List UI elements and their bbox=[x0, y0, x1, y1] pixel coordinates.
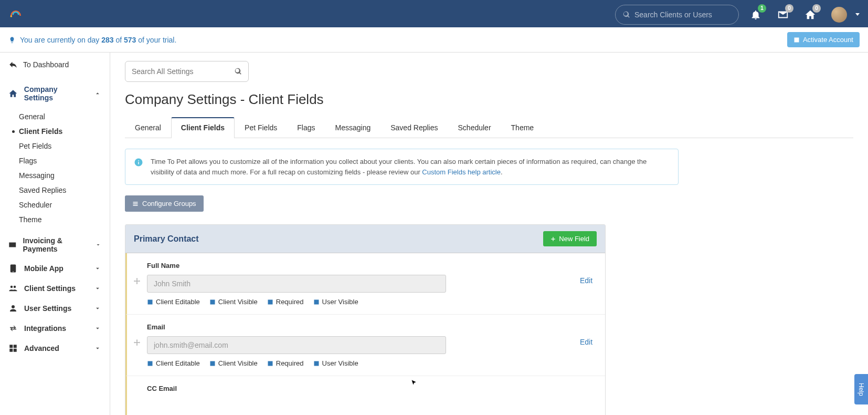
check-client-visible: Client Visible bbox=[209, 298, 258, 306]
configure-groups-button[interactable]: Configure Groups bbox=[125, 195, 204, 212]
list-icon bbox=[132, 201, 139, 207]
sidebar-item-advanced[interactable]: Advanced bbox=[8, 338, 101, 358]
check-client-editable: Client Editable bbox=[147, 298, 200, 306]
info-icon bbox=[134, 158, 143, 167]
panel-header: Primary Contact New Field bbox=[125, 225, 605, 253]
sidebar-item-user-settings[interactable]: User Settings bbox=[8, 298, 101, 318]
global-search[interactable] bbox=[615, 5, 739, 25]
home-badge: 0 bbox=[812, 4, 821, 13]
svg-point-1 bbox=[10, 15, 13, 17]
edit-link[interactable]: Edit bbox=[580, 276, 592, 285]
tab-saved-replies[interactable]: Saved Replies bbox=[380, 117, 448, 138]
check-required: Required bbox=[267, 298, 304, 306]
sidebar-sub-scheduler[interactable]: Scheduler bbox=[19, 198, 101, 212]
edit-link[interactable]: Edit bbox=[580, 338, 592, 346]
to-dashboard-link[interactable]: To Dashboard bbox=[8, 60, 101, 69]
sidebar-sub-pet-fields[interactable]: Pet Fields bbox=[19, 139, 101, 153]
drag-handle[interactable] bbox=[133, 277, 141, 286]
check-client-editable: Client Editable bbox=[147, 359, 200, 367]
field-label: Full Name bbox=[147, 262, 553, 269]
notifications-icon[interactable]: 1 bbox=[748, 7, 763, 22]
tab-messaging[interactable]: Messaging bbox=[325, 117, 381, 138]
phone-icon bbox=[8, 264, 18, 273]
chevron-down-icon bbox=[94, 325, 101, 332]
user-avatar[interactable] bbox=[831, 7, 847, 23]
drag-handle[interactable] bbox=[133, 339, 141, 348]
sidebar-item-mobile-app[interactable]: Mobile App bbox=[8, 258, 101, 278]
help-tab[interactable]: Help bbox=[854, 374, 868, 404]
field-label: CC Email bbox=[147, 385, 592, 392]
sidebar-sub-client-fields[interactable]: Client Fields bbox=[19, 124, 101, 139]
panel-title: Primary Contact bbox=[134, 234, 199, 244]
tab-theme[interactable]: Theme bbox=[501, 117, 544, 138]
info-link[interactable]: Custom Fields help article bbox=[422, 168, 501, 176]
check-client-visible: Client Visible bbox=[209, 359, 258, 367]
field-checks: Client Editable Client Visible Required … bbox=[147, 359, 553, 367]
bulb-icon bbox=[8, 36, 16, 44]
info-box: Time To Pet allows you to customize all … bbox=[125, 149, 679, 185]
tab-general[interactable]: General bbox=[125, 117, 171, 138]
users-icon bbox=[8, 284, 18, 293]
user-icon bbox=[8, 304, 18, 313]
field-row-cc-email: CC Email bbox=[125, 376, 605, 415]
tab-pet-fields[interactable]: Pet Fields bbox=[235, 117, 287, 138]
chevron-down-icon bbox=[94, 305, 101, 312]
grid-icon bbox=[8, 344, 18, 353]
field-row-full-name: Full Name Client Editable Client Visible… bbox=[125, 253, 605, 315]
main-content: Company Settings - Client Fields General… bbox=[110, 53, 868, 415]
trial-bar: You are currently on day 283 of 573 of y… bbox=[0, 27, 868, 53]
sidebar-sub-flags[interactable]: Flags bbox=[19, 153, 101, 168]
check-required: Required bbox=[267, 359, 304, 367]
new-field-button[interactable]: New Field bbox=[543, 231, 597, 246]
activate-account-button[interactable]: Activate Account bbox=[787, 32, 860, 47]
back-arrow-icon bbox=[8, 60, 18, 69]
chevron-down-icon bbox=[94, 285, 101, 292]
field-row-email: Email Client Editable Client Visible Req… bbox=[125, 315, 605, 376]
sidebar-sub-messaging[interactable]: Messaging bbox=[19, 168, 101, 183]
check-user-visible: User Visible bbox=[313, 298, 358, 306]
sidebar: To Dashboard Company Settings General Cl… bbox=[0, 53, 110, 415]
messages-badge: 0 bbox=[785, 4, 793, 13]
user-menu-caret[interactable] bbox=[855, 13, 860, 16]
chevron-up-icon bbox=[94, 90, 101, 97]
tab-scheduler[interactable]: Scheduler bbox=[448, 117, 501, 138]
search-icon bbox=[235, 68, 242, 75]
field-label: Email bbox=[147, 323, 553, 331]
sidebar-item-invoicing[interactable]: Invoicing & Payments bbox=[8, 231, 101, 258]
chevron-down-icon bbox=[94, 265, 101, 272]
check-icon bbox=[793, 37, 800, 43]
tab-flags[interactable]: Flags bbox=[287, 117, 325, 138]
plus-icon bbox=[551, 236, 556, 242]
field-preview-input bbox=[147, 336, 446, 354]
chevron-down-icon bbox=[94, 345, 101, 352]
card-icon bbox=[8, 240, 17, 250]
info-text: Time To Pet allows you to customize all … bbox=[151, 157, 670, 177]
app-logo[interactable] bbox=[8, 8, 23, 21]
notifications-badge: 1 bbox=[758, 4, 766, 13]
home-icon bbox=[8, 89, 18, 98]
global-search-input[interactable] bbox=[634, 11, 731, 19]
page-title: Company Settings - Client Fields bbox=[125, 91, 853, 108]
topbar: 1 0 0 bbox=[0, 0, 868, 27]
sidebar-sub-saved-replies[interactable]: Saved Replies bbox=[19, 183, 101, 198]
sidebar-item-company-settings[interactable]: Company Settings bbox=[8, 80, 101, 107]
home-icon[interactable]: 0 bbox=[803, 7, 818, 22]
sidebar-item-integrations[interactable]: Integrations bbox=[8, 318, 101, 338]
trial-text: You are currently on day 283 of 573 of y… bbox=[20, 36, 176, 44]
sidebar-sub-general[interactable]: General bbox=[19, 109, 101, 124]
field-preview-input bbox=[147, 275, 446, 293]
chevron-down-icon bbox=[95, 241, 101, 248]
search-icon bbox=[623, 11, 630, 18]
search-settings[interactable] bbox=[125, 61, 249, 82]
move-icon bbox=[133, 277, 141, 285]
sidebar-sub-theme[interactable]: Theme bbox=[19, 212, 101, 227]
field-checks: Client Editable Client Visible Required … bbox=[147, 298, 553, 306]
tabs: General Client Fields Pet Fields Flags M… bbox=[125, 117, 853, 138]
messages-icon[interactable]: 0 bbox=[776, 7, 790, 22]
search-settings-input[interactable] bbox=[132, 67, 230, 76]
tab-client-fields[interactable]: Client Fields bbox=[171, 117, 235, 138]
move-icon bbox=[133, 339, 141, 346]
primary-contact-panel: Primary Contact New Field Full Name Clie… bbox=[125, 224, 606, 415]
sidebar-item-client-settings[interactable]: Client Settings bbox=[8, 278, 101, 298]
swap-icon bbox=[8, 324, 18, 333]
